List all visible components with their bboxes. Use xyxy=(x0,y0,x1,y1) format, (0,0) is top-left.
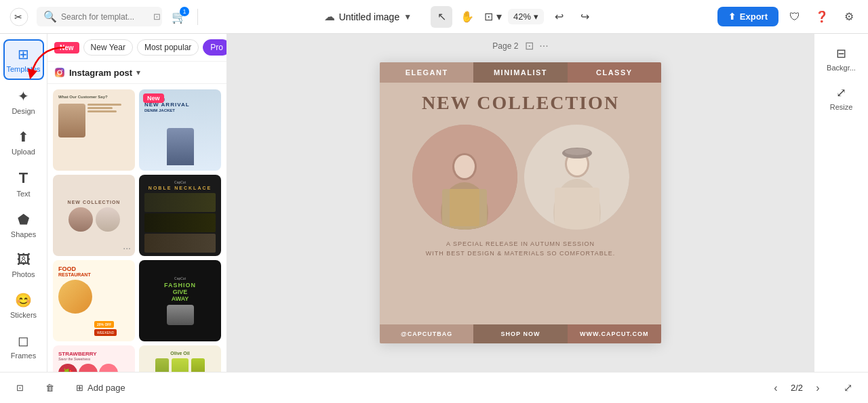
trash-icon: 🗑 xyxy=(45,383,54,393)
upload-icon: ⬆ xyxy=(18,129,29,145)
shapes-icon: ⬟ xyxy=(18,211,29,228)
text-icon: T xyxy=(19,169,28,187)
toolbar: ↖ ✋ ⊡ ▾ 42% ▾ ↩ ↪ xyxy=(431,6,595,28)
hand-tool-button[interactable]: ✋ xyxy=(456,6,478,28)
notification-badge: 1 xyxy=(180,7,189,16)
template-card-new-collection[interactable]: NEW COLLECTION ··· xyxy=(53,175,135,256)
sidebar-item-templates[interactable]: ⊞ Templates xyxy=(3,39,44,80)
canvas-header-tabs: ELEGANT MINIMALIST CLASSY xyxy=(380,62,661,83)
frame-tool-button[interactable]: ⊡ ▾ xyxy=(482,6,504,28)
document-title[interactable]: Untitled image xyxy=(339,12,400,22)
template-card-strawberry[interactable]: STRAWBERRY Savor the Sweetness 🍓 Juicy·S… xyxy=(53,345,135,372)
export-button[interactable]: ⬆ Export xyxy=(717,7,778,26)
most-popular-filter[interactable]: Most popular xyxy=(137,39,199,56)
shield-icon-button[interactable]: 🛡 xyxy=(784,6,806,28)
topbar-center: ☁ Untitled image ▼ ↖ ✋ ⊡ ▾ 42% ▾ ↩ ↪ xyxy=(209,6,711,28)
card-photo xyxy=(58,104,85,137)
notification-button[interactable]: 🛒 1 xyxy=(172,9,186,24)
pro-filter[interactable]: Pro xyxy=(203,39,227,56)
background-button[interactable]: ⊟ Backgr... xyxy=(820,41,863,77)
cloud-icon: ☁ xyxy=(324,10,335,23)
search-input[interactable] xyxy=(61,12,149,22)
templates-grid: What Our Customer Say? New JAN 23, 2024 … xyxy=(47,84,226,372)
zoom-control[interactable]: 42% ▾ xyxy=(508,9,544,24)
add-page-button[interactable]: ⊞ Add page xyxy=(71,380,131,396)
card-title: NOBLE NECKLACE xyxy=(149,186,212,190)
category-label[interactable]: Instagram post xyxy=(69,68,132,78)
help-button[interactable]: ❓ xyxy=(811,6,833,28)
template-card-noble-necklace[interactable]: CapCut NOBLE NECKLACE xyxy=(139,175,221,256)
divider xyxy=(197,9,198,25)
resize-icon: ⤢ xyxy=(836,85,846,100)
right-panel: ⊟ Backgr... ⤢ Resize xyxy=(814,34,868,372)
frames-icon: ◻ xyxy=(18,333,29,349)
expand-button[interactable]: ⤢ xyxy=(838,379,857,398)
canvas-tab-elegant: ELEGANT xyxy=(380,62,473,83)
page-display: 2/2 xyxy=(791,383,803,393)
topbar: ✂ 🔍 ⊡ 🛒 1 ☁ Untitled image ▼ ↖ ✋ ⊡ ▾ 42%… xyxy=(0,0,868,34)
background-icon: ⊟ xyxy=(836,46,846,61)
sidebar-item-frames[interactable]: ◻ Frames xyxy=(3,327,44,365)
svg-point-7 xyxy=(454,155,475,178)
card-person xyxy=(167,128,194,165)
select-tool-button[interactable]: ↖ xyxy=(431,6,452,28)
new-filter-badge[interactable]: New xyxy=(54,42,79,54)
title-chevron-icon[interactable]: ▼ xyxy=(403,12,412,22)
photos-icon: 🖼 xyxy=(17,252,31,268)
page-copy-icon[interactable]: ⊡ xyxy=(525,39,534,52)
template-card-olive-oil[interactable]: Olive Oil xyxy=(139,345,221,372)
sidebar-item-stickers[interactable]: 😊 Stickers xyxy=(3,287,44,324)
sidebar-item-design[interactable]: ✦ Design xyxy=(3,83,44,121)
card-title: What Our Customer Say? xyxy=(58,95,130,99)
canvas-footer-tab-1: @CAPCUTBAG xyxy=(380,324,473,343)
sidebar-item-shapes[interactable]: ⬟ Shapes xyxy=(3,206,44,244)
svg-text:✂: ✂ xyxy=(14,12,22,22)
svg-rect-2 xyxy=(55,68,64,77)
next-page-button[interactable]: › xyxy=(808,379,827,398)
main-layout: ⊞ Templates ✦ Design ⬆ Upload T Text ⬟ S… xyxy=(0,34,868,372)
undo-button[interactable]: ↩ xyxy=(548,6,570,28)
page-more-icon[interactable]: ··· xyxy=(539,40,548,52)
design-icon: ✦ xyxy=(18,88,29,104)
svg-point-17 xyxy=(565,148,589,155)
template-card-new-arrival[interactable]: New JAN 23, 2024 NEW ARRIVAL DENIM JACKE… xyxy=(139,89,221,171)
prev-page-button[interactable]: ‹ xyxy=(766,379,785,398)
category-chevron-icon[interactable]: ▾ xyxy=(136,68,140,77)
template-card-fashion-giveaway[interactable]: CapCut FASHION GIVE AWAY xyxy=(139,260,221,341)
canvas-photo-right xyxy=(524,125,629,230)
image-search-icon[interactable]: ⊡ xyxy=(153,12,161,22)
canvas-tab-minimalist: MINIMALIST xyxy=(473,62,567,83)
zoom-chevron-icon: ▾ xyxy=(534,12,538,22)
svg-point-4 xyxy=(62,70,63,71)
redo-button[interactable]: ↪ xyxy=(574,6,595,28)
stickers-icon: 😊 xyxy=(15,292,32,308)
sidebar-item-upload[interactable]: ⬆ Upload xyxy=(3,123,44,161)
search-bar[interactable]: 🔍 ⊡ xyxy=(37,7,162,26)
card-more-button[interactable]: ··· xyxy=(123,242,131,253)
bottombar: ⊡ 🗑 ⊞ Add page ‹ 2/2 › ⤢ xyxy=(0,372,868,403)
canvas-footer-tab-3: WWW.CAPCUT.COM xyxy=(568,324,661,343)
resize-button[interactable]: ⤢ Resize xyxy=(820,80,863,116)
settings-button[interactable]: ⚙ xyxy=(838,6,860,28)
page-label-row: Page 2 ⊡ ··· xyxy=(227,39,814,52)
zoom-value: 42% xyxy=(513,12,531,22)
delete-page-button[interactable]: 🗑 xyxy=(40,380,60,396)
sidebar-item-photos[interactable]: 🖼 Photos xyxy=(3,247,44,284)
canvas-description: A SPECIAL RELEASE IN AUTUMN SESSION WITH… xyxy=(380,235,661,263)
page-label: Page 2 xyxy=(492,41,518,51)
logo[interactable]: ✂ xyxy=(8,6,30,28)
sidebar-item-text[interactable]: T Text xyxy=(3,164,44,203)
new-year-filter[interactable]: New Year xyxy=(83,39,133,56)
card-title: STRAWBERRY xyxy=(58,351,130,357)
filter-row: New New Year Most popular Pro xyxy=(47,34,226,62)
duplicate-page-button[interactable]: ⊡ xyxy=(11,380,29,396)
title-area: ☁ Untitled image ▼ xyxy=(324,10,412,23)
template-card-testimonial[interactable]: What Our Customer Say? xyxy=(53,89,135,171)
sidebar-icons: ⊞ Templates ✦ Design ⬆ Upload T Text ⬟ S… xyxy=(0,34,47,372)
add-page-icon: ⊞ xyxy=(76,383,83,393)
instagram-icon xyxy=(54,67,65,78)
canvas-title: NEW COLLECTION xyxy=(380,83,661,119)
page-icons: ⊡ ··· xyxy=(525,39,548,52)
svg-rect-15 xyxy=(555,188,599,230)
template-card-food-restaurant[interactable]: FOOD RESTAURANT 20% OFF WEEKEND xyxy=(53,260,135,341)
